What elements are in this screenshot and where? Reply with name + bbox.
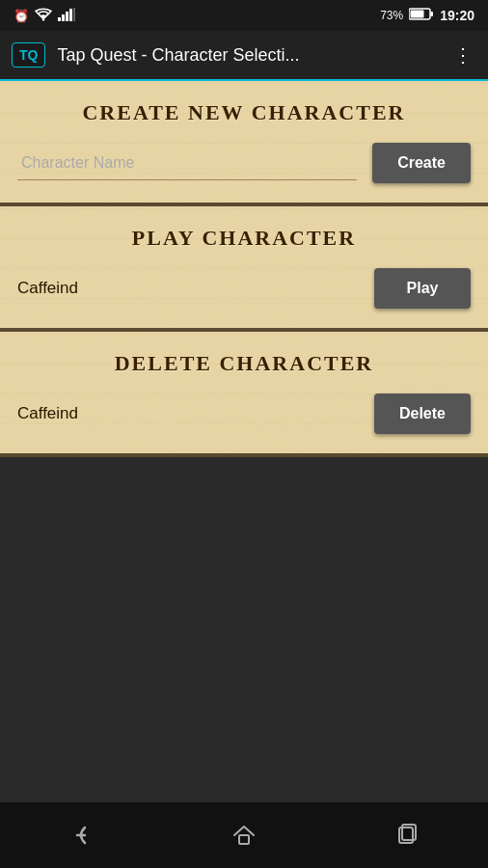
app-logo: TQ bbox=[12, 42, 45, 68]
status-right: 73% 19:20 bbox=[380, 8, 474, 23]
back-button[interactable] bbox=[52, 806, 110, 864]
main-content: Create New Character Create Play Charact… bbox=[0, 81, 488, 802]
play-section-row: Caffeind Play bbox=[17, 268, 471, 309]
delete-character-name: Caffeind bbox=[17, 404, 374, 423]
alarm-icon: ⏰ bbox=[14, 9, 29, 23]
dark-filler bbox=[0, 457, 488, 802]
app-title: Tap Quest - Character Selecti... bbox=[57, 45, 449, 66]
svg-rect-7 bbox=[431, 12, 434, 16]
create-section-row: Create bbox=[17, 143, 471, 183]
bottom-nav bbox=[0, 802, 488, 868]
time: 19:20 bbox=[440, 8, 474, 23]
create-section-title: Create New Character bbox=[17, 100, 471, 125]
svg-rect-9 bbox=[239, 835, 249, 844]
signal-icon bbox=[58, 8, 75, 24]
create-button[interactable]: Create bbox=[372, 143, 471, 183]
delete-section-row: Caffeind Delete bbox=[17, 393, 471, 434]
battery-percentage: 73% bbox=[380, 9, 403, 22]
play-button[interactable]: Play bbox=[374, 268, 471, 309]
svg-point-0 bbox=[42, 18, 44, 20]
create-character-section: Create New Character Create bbox=[0, 81, 488, 206]
wifi-icon bbox=[35, 8, 52, 24]
svg-rect-5 bbox=[73, 8, 75, 21]
svg-rect-8 bbox=[411, 11, 424, 18]
status-bar: ⏰ 73% bbox=[0, 0, 488, 31]
svg-rect-2 bbox=[62, 14, 65, 21]
play-section-title: Play Character bbox=[17, 226, 471, 251]
overflow-menu-icon[interactable]: ⋮ bbox=[449, 40, 476, 70]
svg-rect-4 bbox=[69, 9, 72, 21]
home-button[interactable] bbox=[215, 806, 273, 864]
recents-button[interactable] bbox=[378, 806, 436, 864]
status-left: ⏰ bbox=[14, 8, 75, 24]
svg-rect-3 bbox=[66, 12, 68, 21]
app-bar: TQ Tap Quest - Character Selecti... ⋮ bbox=[0, 31, 488, 81]
play-character-section: Play Character Caffeind Play bbox=[0, 206, 488, 332]
delete-character-section: Delete Character Caffeind Delete bbox=[0, 332, 488, 457]
character-name-input[interactable] bbox=[17, 147, 357, 180]
delete-button[interactable]: Delete bbox=[374, 393, 471, 434]
svg-rect-1 bbox=[58, 17, 61, 21]
battery-icon bbox=[409, 8, 434, 23]
delete-section-title: Delete Character bbox=[17, 351, 471, 376]
play-character-name: Caffeind bbox=[17, 279, 374, 298]
